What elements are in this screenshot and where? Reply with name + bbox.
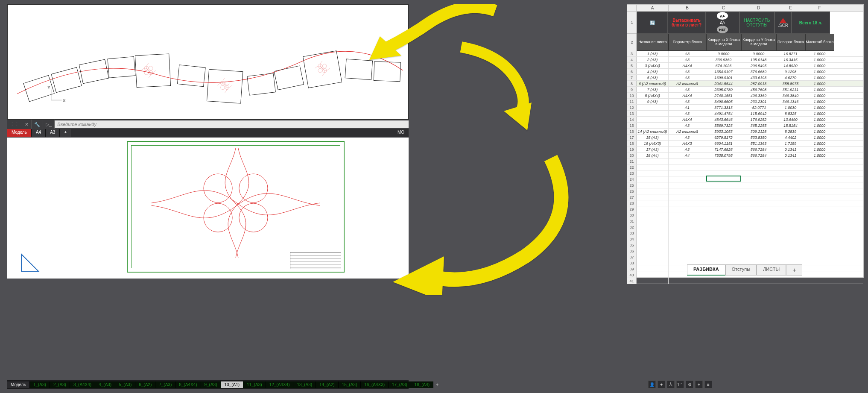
layout-tab[interactable]: 17_(А3): [389, 381, 411, 388]
col-D[interactable]: D: [741, 5, 776, 11]
table-row[interactable]: 97 (А3)А32395.0780456.7608351.92111.0000: [627, 87, 863, 93]
svg-rect-3: [108, 56, 135, 78]
layout-tab[interactable]: 1_(А3): [30, 381, 50, 388]
minitab-a3[interactable]: А3: [46, 129, 60, 137]
table-row[interactable]: 13А34491.4754115.69428.83251.0000: [627, 111, 863, 117]
layout-tab[interactable]: 11_(А3): [243, 381, 266, 388]
table-row[interactable]: 34: [627, 236, 863, 242]
configure-offsets-button[interactable]: НАСТРОИТЬОТСТУПЫ: [739, 12, 774, 34]
layout-tab[interactable]: 7_(А3): [155, 381, 175, 388]
scr-button[interactable]: .SCR: [774, 12, 792, 34]
yes-button[interactable]: ДА: [717, 12, 728, 20]
cmd-wrench-icon[interactable]: 🔧: [32, 120, 43, 129]
table-row[interactable]: 31: [627, 218, 863, 224]
hdr-scale: Масштаб блока: [805, 34, 834, 51]
table-row[interactable]: 2018 (А4)А47538.0795566.72840.13411.0000: [627, 153, 863, 158]
layout-tab-model[interactable]: Модель: [7, 381, 30, 388]
status-scale[interactable]: 1:1: [676, 381, 684, 388]
table-row[interactable]: 108 (А4Х4)А4Х42740.1551406.3369346.38401…: [627, 93, 863, 99]
status-list-icon[interactable]: ≡: [704, 381, 712, 388]
status-gear-icon[interactable]: ⚙: [686, 381, 693, 388]
layout-tab[interactable]: 4_(А3): [95, 381, 115, 388]
svg-point-22: [318, 68, 322, 73]
table-row[interactable]: 33: [627, 230, 863, 236]
table-row[interactable]: 53 (А4Х4)А4Х4674.1026206.549514.89201.00…: [627, 63, 863, 69]
table-row[interactable]: 1917 (А3)А37147.6828566.72840.13411.0000: [627, 147, 863, 153]
status-axis-icon[interactable]: 人: [667, 381, 675, 388]
table-row[interactable]: 22: [627, 164, 863, 170]
col-C[interactable]: C: [706, 5, 741, 11]
yes-no-cell: ДА ДА НЕТ: [705, 12, 739, 34]
table-row[interactable]: 1715 (А3)А36279.5172533.83504.44021.0000: [627, 135, 863, 141]
layout-tab[interactable]: 9_(А3): [201, 381, 221, 388]
table-row[interactable]: 32: [627, 224, 863, 230]
table-row[interactable]: 14А4Х44843.6646176.925213.64901.0000: [627, 117, 863, 123]
table-row[interactable]: 75 (А3)А31699.9101433.61934.62701.0000: [627, 75, 863, 81]
cmd-close-icon[interactable]: ✕: [22, 120, 32, 129]
table-row[interactable]: 1614 (А2 книжный)А2 книжный5933.1053309.…: [627, 129, 863, 135]
layout-tab[interactable]: 2_(А3): [50, 381, 70, 388]
layout-tab[interactable]: 5_(А3): [115, 381, 135, 388]
table-row[interactable]: 36: [627, 248, 863, 254]
sheet-offsets[interactable]: Отступы: [725, 264, 757, 276]
layout-tab[interactable]: 12_(А4Х4): [266, 381, 294, 388]
sheet-sheets[interactable]: ЛИСТЫ: [757, 264, 786, 276]
sheet-add[interactable]: +: [786, 264, 802, 276]
svg-rect-7: [247, 73, 276, 95]
layout-tab[interactable]: 15_(А3): [339, 381, 361, 388]
no-button[interactable]: НЕТ: [717, 26, 728, 33]
pull-blocks-label: Вытаскиватьблоки в лист?: [668, 12, 705, 34]
minitab-add[interactable]: +: [60, 129, 71, 137]
status-compass-icon[interactable]: ✦: [658, 381, 665, 388]
table-row[interactable]: 30: [627, 212, 863, 218]
layout-tab[interactable]: 16_(А4Х3): [361, 381, 389, 388]
layout-tab[interactable]: 3_(А4Х4): [70, 381, 95, 388]
table-row[interactable]: 12А13771.3313-52.07711.00301.0000: [627, 105, 863, 111]
layout-tab[interactable]: 10_(А1): [221, 381, 244, 388]
col-F[interactable]: F: [805, 5, 834, 11]
svg-rect-6: [207, 69, 243, 103]
minitab-a4[interactable]: А4: [32, 129, 46, 137]
table-row[interactable]: 27: [627, 194, 863, 200]
layout-tab[interactable]: 8_(А4Х4): [175, 381, 201, 388]
mini-tabs: Модель А4 А3 + МО: [7, 129, 409, 137]
table-row[interactable]: 119 (А3)А33490.6605230.2301346.13461.000…: [627, 99, 863, 105]
col-A[interactable]: A: [637, 5, 669, 11]
table-row[interactable]: 41: [627, 278, 863, 284]
cmd-grip-icon[interactable]: ⋮⋮: [7, 120, 22, 129]
refresh-button[interactable]: 🔄: [637, 12, 668, 34]
table-row[interactable]: 28: [627, 200, 863, 206]
svg-point-21: [322, 64, 327, 68]
layout-tabs: Модель 1_(А3)2_(А3)3_(А4Х4)4_(А3)5_(А3)6…: [7, 380, 409, 389]
table-row[interactable]: 21: [627, 158, 863, 164]
col-E[interactable]: E: [776, 5, 805, 11]
col-B[interactable]: B: [669, 5, 706, 11]
table-row[interactable]: 29: [627, 206, 863, 212]
table-row[interactable]: 86 (А2 книжный)А2 книжный2041.5544287.09…: [627, 81, 863, 87]
command-input[interactable]: [55, 120, 409, 128]
layout-tab[interactable]: 18_(А4): [411, 381, 434, 388]
sheet-razbivka[interactable]: РАЗБИВКА: [687, 264, 725, 276]
table-row[interactable]: 64 (А3)А31354.9197376.66899.12981.0000: [627, 69, 863, 75]
status-plus-icon[interactable]: +: [695, 381, 703, 388]
table-row[interactable]: 15А35569.7323365.225515.51541.0000: [627, 123, 863, 129]
layout-tab[interactable]: 14_(А2): [316, 381, 339, 388]
model-viewport[interactable]: XY: [7, 4, 409, 120]
table-row[interactable]: 24: [627, 176, 863, 182]
table-row[interactable]: 42 (А3)А3336.9369105.014816.34151.0000: [627, 57, 863, 63]
table-row[interactable]: 23: [627, 170, 863, 176]
table-row[interactable]: 37: [627, 254, 863, 260]
layout-tab-add[interactable]: +: [433, 382, 441, 387]
layout-tab[interactable]: 13_(А3): [293, 381, 316, 388]
status-person-icon[interactable]: 👤: [648, 381, 656, 388]
table-row[interactable]: 31 (А3)А30.00000.000016.82711.0000: [627, 51, 863, 57]
table-row[interactable]: 35: [627, 242, 863, 248]
layout-viewport[interactable]: [7, 138, 409, 279]
layout-tab[interactable]: 6_(А2): [135, 381, 155, 388]
table-row[interactable]: 26: [627, 188, 863, 194]
sheet-tabs: РАЗБИВКА Отступы ЛИСТЫ +: [687, 264, 802, 276]
minitab-model[interactable]: Модель: [7, 129, 32, 137]
table-row[interactable]: 1816 (А4Х3)А4Х36604.1151551.13631.71591.…: [627, 141, 863, 147]
table-row[interactable]: 25: [627, 182, 863, 188]
hdr-name: Название листа: [637, 34, 669, 51]
